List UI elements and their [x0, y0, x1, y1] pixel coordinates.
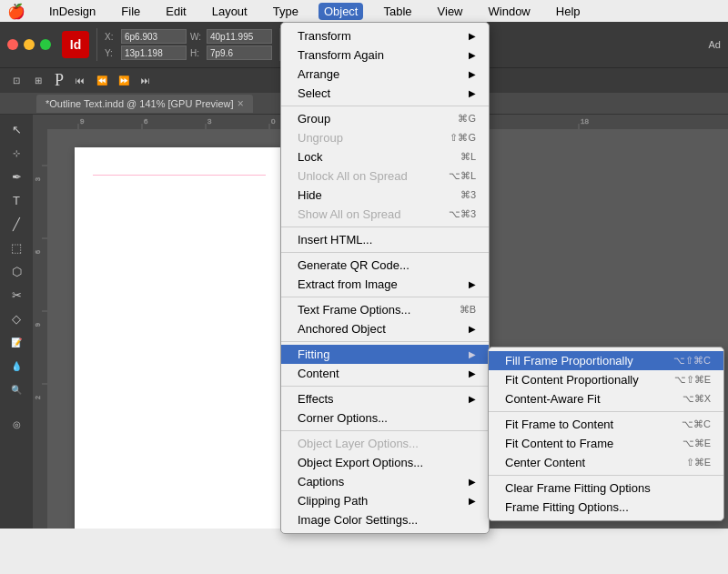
select-all-icon[interactable]: ⊡ [7, 72, 25, 90]
menu-object[interactable]: Object [318, 3, 364, 20]
menu-fitting[interactable]: Fitting ▶ [281, 345, 489, 364]
minimize-button[interactable] [24, 39, 35, 50]
menu-ungroup[interactable]: Ungroup ⇧⌘G [281, 128, 489, 147]
menu-hide[interactable]: Hide ⌘3 [281, 186, 489, 205]
submenu-arrow: ▶ [469, 31, 476, 41]
submenu-fit-content-to-frame[interactable]: Fit Content to Frame ⌥⌘E [489, 434, 723, 453]
menu-window[interactable]: Window [483, 3, 536, 20]
frame-tool[interactable]: ⬚ [5, 237, 27, 258]
direct-select-tool[interactable]: ⊹ [5, 142, 27, 164]
svg-rect-15 [33, 129, 47, 529]
menu-anchored-object[interactable]: Anchored Object ▶ [281, 319, 489, 338]
separator-6 [281, 386, 489, 387]
submenu-arrow: ▶ [469, 496, 476, 506]
y-input[interactable] [121, 45, 187, 60]
menu-select[interactable]: Select ▶ [281, 84, 489, 103]
note-tool[interactable]: 📝 [5, 331, 27, 353]
menu-edit[interactable]: Edit [160, 3, 191, 20]
separator-1 [281, 106, 489, 106]
maximize-button[interactable] [40, 39, 51, 50]
x-input[interactable] [121, 29, 187, 44]
menu-table[interactable]: Table [378, 3, 417, 20]
submenu-arrow: ▶ [469, 368, 476, 378]
submenu-separator-1 [489, 411, 723, 412]
grid-icon[interactable]: ⊞ [29, 72, 47, 90]
pen-tool[interactable]: ✒ [5, 166, 27, 187]
menu-object-export-options[interactable]: Object Export Options... [281, 453, 489, 472]
zoom-tool[interactable]: 🔍 [5, 378, 27, 400]
menu-arrange[interactable]: Arrange ▶ [281, 65, 489, 84]
menu-extract-image[interactable]: Extract from Image ▶ [281, 275, 489, 294]
vertical-ruler: 3 6 9 2 [33, 129, 47, 529]
h-input[interactable] [207, 45, 272, 60]
nav-prev-icon[interactable]: ⏪ [93, 72, 111, 90]
menu-indesign[interactable]: InDesign [44, 3, 101, 20]
menu-layout[interactable]: Layout [207, 3, 253, 20]
submenu-fit-frame-to-content[interactable]: Fit Frame to Content ⌥⌘C [489, 415, 723, 434]
x-label: X: [105, 32, 117, 42]
menu-object-layer-options[interactable]: Object Layer Options... [281, 434, 489, 453]
nav-next-icon[interactable]: ⏩ [115, 72, 133, 90]
menu-type[interactable]: Type [268, 3, 304, 20]
object-menu: Transform ▶ Transform Again ▶ Arrange ▶ … [280, 22, 490, 534]
select-tool[interactable]: ↖ [5, 118, 27, 140]
submenu-center-content[interactable]: Center Content ⇧⌘E [489, 453, 723, 472]
menu-transform-again[interactable]: Transform Again ▶ [281, 45, 489, 65]
divider-1 [96, 28, 97, 61]
guide-line [93, 175, 266, 176]
menu-insert-html[interactable]: Insert HTML... [281, 230, 489, 249]
menu-clipping-path[interactable]: Clipping Path ▶ [281, 491, 489, 510]
svg-text:2: 2 [35, 396, 41, 399]
svg-text:0: 0 [271, 117, 276, 126]
type-tool[interactable]: T [5, 189, 27, 211]
fill-stroke-icon[interactable]: ◎ [5, 413, 27, 435]
svg-text:3: 3 [35, 177, 41, 181]
menu-effects[interactable]: Effects ▶ [281, 389, 489, 408]
nav-end-icon[interactable]: ⏭ [136, 72, 155, 90]
line-tool[interactable]: ╱ [5, 213, 27, 235]
nav-start-icon[interactable]: ⏮ [71, 72, 89, 90]
menu-unlock-all[interactable]: Unlock All on Spread ⌥⌘L [281, 166, 489, 186]
submenu-frame-fitting-options[interactable]: Frame Fitting Options... [489, 498, 723, 517]
menu-text-frame-options[interactable]: Text Frame Options... ⌘B [281, 300, 489, 319]
scissors-tool[interactable]: ✂ [5, 284, 27, 306]
menu-captions[interactable]: Captions ▶ [281, 472, 489, 491]
submenu-fit-content-proportionally[interactable]: Fit Content Proportionally ⌥⇧⌘E [489, 370, 723, 389]
menu-view[interactable]: View [432, 3, 469, 20]
svg-text:6: 6 [144, 117, 148, 126]
gradient-tool[interactable]: ◇ [5, 307, 27, 329]
separator-2 [281, 227, 489, 227]
menu-bar: 🍎 InDesign File Edit Layout Type Object … [0, 0, 728, 22]
document-tab[interactable]: *Outline Text.indd @ 141% [GPU Preview] … [36, 95, 253, 113]
submenu-arrow: ▶ [469, 279, 476, 289]
submenu-clear-frame-fitting-options[interactable]: Clear Frame Fitting Options [489, 478, 723, 498]
svg-text:3: 3 [207, 117, 212, 126]
menu-corner-options[interactable]: Corner Options... [281, 408, 489, 428]
submenu-separator-2 [489, 475, 723, 476]
menu-group[interactable]: Group ⌘G [281, 109, 489, 128]
separator-5 [281, 341, 489, 342]
close-button[interactable] [7, 39, 18, 50]
svg-text:18: 18 [581, 117, 589, 126]
menu-file[interactable]: File [116, 3, 146, 20]
menu-transform[interactable]: Transform ▶ [281, 26, 489, 45]
menu-content[interactable]: Content ▶ [281, 364, 489, 383]
submenu-arrow: ▶ [469, 477, 476, 487]
apple-menu[interactable]: 🍎 [7, 3, 25, 20]
menu-help[interactable]: Help [551, 3, 586, 20]
tab-close-icon[interactable]: × [238, 97, 244, 110]
menu-show-all[interactable]: Show All on Spread ⌥⌘3 [281, 205, 489, 224]
w-label: W: [190, 32, 203, 42]
menu-image-color-settings[interactable]: Image Color Settings... [281, 510, 489, 529]
submenu-fill-frame-proportionally[interactable]: Fill Frame Proportionally ⌥⇧⌘C [489, 351, 723, 370]
shape-tool[interactable]: ⬡ [5, 260, 27, 282]
window-controls [7, 39, 51, 50]
eyedropper-tool[interactable]: 💧 [5, 355, 27, 377]
submenu-content-aware-fit[interactable]: Content-Aware Fit ⌥⌘X [489, 389, 723, 408]
menu-generate-qr[interactable]: Generate QR Code... [281, 256, 489, 275]
submenu-arrow: ▶ [469, 88, 476, 98]
submenu-arrow: ▶ [469, 394, 476, 404]
menu-lock[interactable]: Lock ⌘L [281, 147, 489, 166]
fitting-submenu: Fill Frame Proportionally ⌥⇧⌘C Fit Conte… [488, 347, 724, 521]
w-input[interactable] [207, 29, 272, 44]
